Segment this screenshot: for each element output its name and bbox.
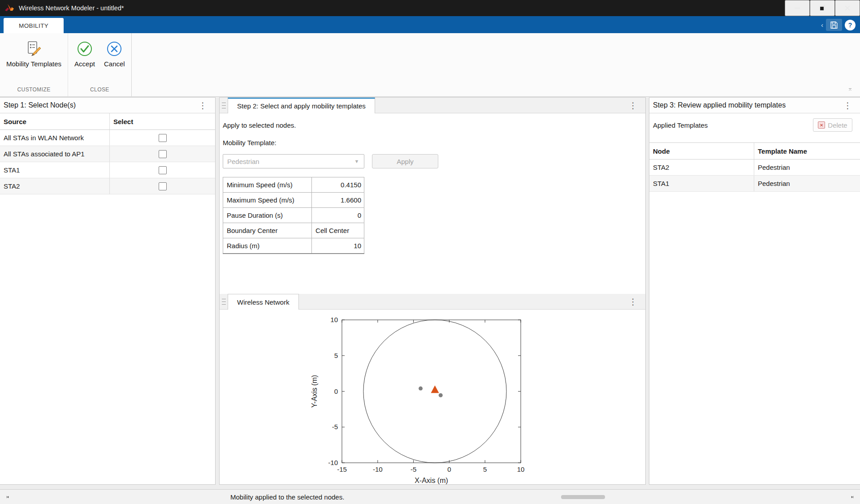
mobility-templates-button[interactable]: Mobility Templates	[3, 37, 65, 70]
save-icon	[830, 21, 838, 29]
step2-kebab-menu-icon[interactable]: ⋮	[626, 100, 640, 111]
svg-text:10: 10	[330, 316, 338, 323]
mobility-template-dropdown[interactable]: Pedestrian ▼	[223, 154, 364, 168]
window-controls	[785, 0, 860, 16]
horizontal-scrollbar-thumb[interactable]	[561, 495, 605, 499]
network-view-tab-strip: Wireless Network ⋮	[220, 294, 645, 310]
select-checkbox[interactable]	[159, 182, 167, 190]
step2-tab-strip: Step 2: Select and apply mobility templa…	[220, 98, 645, 113]
step1-table-header: Source Select	[0, 113, 215, 130]
step1-kebab-menu-icon[interactable]: ⋮	[196, 100, 210, 111]
minimize-ribbon-icon[interactable]	[846, 86, 855, 94]
column-template-name: Template Name	[754, 143, 860, 159]
property-value[interactable]: Cell Center	[312, 223, 364, 238]
step3-title: Step 3: Review applied mobility template…	[653, 101, 786, 109]
source-cell: All STAs in WLAN Network	[0, 130, 110, 146]
table-row: All STAs associated to AP1	[0, 146, 215, 162]
step3-kebab-menu-icon[interactable]: ⋮	[841, 100, 855, 111]
select-checkbox[interactable]	[159, 134, 167, 142]
property-value[interactable]: 0.4150	[312, 177, 364, 193]
column-node: Node	[649, 143, 754, 159]
accept-check-icon	[75, 39, 94, 58]
svg-text:-5: -5	[411, 465, 416, 473]
scroll-to-end-icon[interactable]	[848, 493, 856, 501]
step3-table-header: Node Template Name	[649, 142, 860, 159]
step1-table-body: All STAs in WLAN Network All STAs associ…	[0, 130, 215, 194]
network-plot-figure: -15-10-50510-10-50510X-Axis (m)Y-Axis (m…	[310, 313, 543, 485]
column-source: Source	[0, 113, 110, 129]
matlab-logo-icon	[4, 3, 15, 13]
source-cell: All STAs associated to AP1	[0, 146, 110, 162]
delete-button[interactable]: ✕ Delete	[813, 118, 852, 132]
svg-text:5: 5	[334, 352, 338, 359]
quick-access-toolbar: ‹ ?	[821, 19, 856, 31]
svg-text:-10: -10	[328, 459, 338, 466]
minimize-button[interactable]	[785, 0, 810, 16]
cancel-x-icon	[105, 39, 124, 58]
applied-templates-table: Node Template Name STA2 Pedestrian STA1 …	[649, 142, 860, 192]
scroll-to-start-icon[interactable]	[4, 493, 12, 501]
source-cell: STA2	[0, 178, 110, 194]
mobility-template-label: Mobility Template:	[223, 139, 277, 146]
template-cell: Pedestrian	[754, 176, 860, 191]
cancel-button[interactable]: Cancel	[100, 37, 129, 70]
grip-icon	[222, 299, 226, 305]
property-name: Boundary Center	[223, 223, 312, 238]
section-customize: Mobility Templates CUSTOMIZE	[0, 33, 68, 96]
table-row[interactable]: STA2 Pedestrian	[649, 159, 860, 176]
table-row: All STAs in WLAN Network	[0, 130, 215, 146]
step1-header: Step 1: Select Node(s) ⋮	[0, 98, 215, 113]
apply-button[interactable]: Apply	[372, 154, 438, 168]
svg-text:0: 0	[447, 465, 451, 473]
table-row: Radius (m) 10	[223, 238, 364, 254]
status-message: Mobility applied to the selected nodes.	[230, 493, 344, 501]
table-row: STA1	[0, 162, 215, 178]
table-row: Minimum Speed (m/s) 0.4150	[223, 177, 364, 193]
collapse-chevron-icon[interactable]: ‹	[821, 22, 823, 28]
cancel-label: Cancel	[104, 60, 125, 69]
ribbon-tab-strip: MOBILITY ‹ ?	[0, 16, 860, 33]
accept-label: Accept	[74, 60, 95, 69]
network-plot: -15-10-50510-10-50510X-Axis (m)Y-Axis (m…	[310, 313, 543, 485]
select-checkbox[interactable]	[159, 150, 167, 158]
table-row: Boundary Center Cell Center	[223, 223, 364, 238]
status-bar: Mobility applied to the selected nodes.	[0, 489, 860, 504]
wireless-network-modeler-window: Wireless Network Modeler - untitled* MOB…	[0, 0, 860, 504]
source-cell: STA1	[0, 162, 110, 178]
mobility-templates-label: Mobility Templates	[6, 60, 61, 69]
tab-mobility[interactable]: MOBILITY	[4, 18, 64, 33]
panel-drag-handle[interactable]	[220, 98, 228, 113]
dropdown-selected-value: Pedestrian	[223, 158, 350, 165]
property-name: Minimum Speed (m/s)	[223, 177, 312, 193]
svg-text:X-Axis (m): X-Axis (m)	[415, 477, 448, 484]
property-value[interactable]: 0	[312, 208, 364, 223]
tab-step2[interactable]: Step 2: Select and apply mobility templa…	[228, 98, 375, 113]
table-row[interactable]: STA1 Pedestrian	[649, 176, 860, 192]
property-value[interactable]: 10	[312, 238, 364, 254]
network-kebab-menu-icon[interactable]: ⋮	[626, 297, 640, 307]
section-close: Accept Cancel CLOSE	[68, 33, 132, 96]
svg-text:Y-Axis (m): Y-Axis (m)	[311, 375, 318, 408]
tab-wireless-network[interactable]: Wireless Network	[228, 294, 299, 310]
step1-panel: Step 1: Select Node(s) ⋮ Source Select A…	[0, 97, 216, 485]
section-label-close: CLOSE	[68, 85, 131, 96]
window-title: Wireless Network Modeler - untitled*	[19, 4, 124, 12]
chevron-down-icon: ▼	[350, 155, 364, 168]
svg-text:5: 5	[483, 465, 487, 473]
property-name: Radius (m)	[223, 238, 312, 254]
mobility-templates-icon	[25, 39, 43, 58]
help-button[interactable]: ?	[845, 20, 856, 30]
step3-panel: Step 3: Review applied mobility template…	[649, 97, 860, 485]
svg-text:-5: -5	[332, 423, 338, 431]
table-row: Pause Duration (s) 0	[223, 208, 364, 223]
select-checkbox[interactable]	[159, 166, 167, 174]
maximize-button[interactable]	[810, 0, 835, 16]
svg-text:-15: -15	[337, 465, 347, 473]
save-button[interactable]	[826, 19, 842, 31]
close-button[interactable]	[835, 0, 860, 16]
step3-header: Step 3: Review applied mobility template…	[649, 98, 860, 113]
svg-text:-10: -10	[373, 465, 383, 473]
property-value[interactable]: 1.6600	[312, 193, 364, 208]
accept-button[interactable]: Accept	[71, 37, 99, 70]
panel-drag-handle[interactable]	[220, 294, 228, 309]
